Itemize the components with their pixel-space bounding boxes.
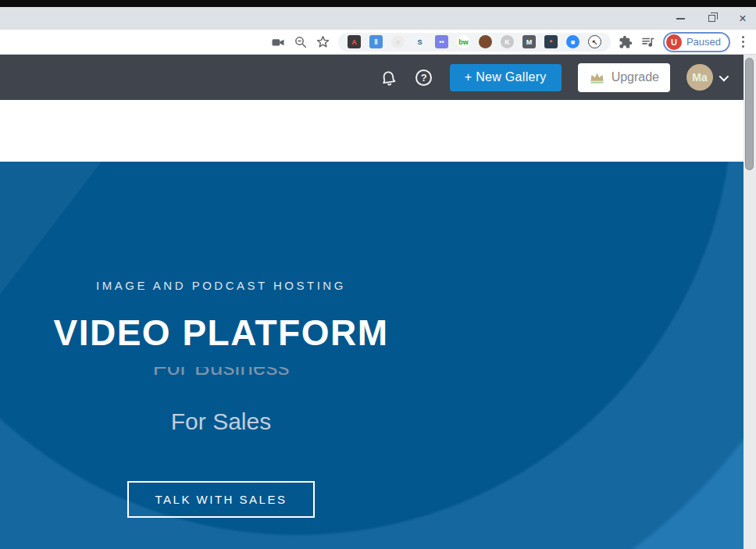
restore-button[interactable] — [706, 13, 717, 24]
hubspot-extension-icon[interactable]: * — [544, 35, 558, 48]
hero-section: IMAGE AND PODCAST HOSTING VIDEO PLATFORM… — [0, 162, 744, 549]
bookmark-star-icon[interactable] — [316, 34, 331, 50]
new-gallery-button[interactable]: + New Gallery — [450, 64, 562, 91]
zoom-out-icon[interactable] — [293, 34, 308, 50]
notifications-bell-icon[interactable] — [380, 68, 398, 87]
account-menu[interactable]: Ma — [686, 64, 726, 91]
browser-tab-strip: × — [0, 7, 756, 30]
carousel-item-outgoing: For Business — [0, 367, 442, 383]
restore-icon — [708, 15, 715, 22]
purple-dots-extension-icon[interactable]: •• — [435, 35, 448, 48]
scrollbar-thumb[interactable] — [745, 58, 754, 170]
acrobat-extension-icon[interactable]: A — [348, 35, 361, 48]
bw-extension-icon[interactable]: bw — [457, 35, 470, 48]
zoom-meet-extension-icon[interactable]: ■ — [566, 35, 579, 48]
sessions-extension-icon[interactable]: S — [413, 35, 426, 48]
profile-avatar: U — [666, 34, 682, 50]
k-disabled-extension-icon[interactable]: K — [501, 35, 514, 48]
upgrade-button[interactable]: Upgrade — [578, 63, 670, 92]
m-dark-extension-icon[interactable]: M — [522, 35, 536, 48]
minimize-button[interactable] — [675, 13, 686, 24]
browser-toolbar: A‖○S••bwKM*■↖ U Paused — [0, 30, 756, 55]
page-title: VIDEO PLATFORM — [0, 312, 442, 354]
window-titlebar — [0, 0, 756, 7]
page-scrollbar[interactable] — [744, 55, 756, 549]
close-icon: × — [739, 13, 746, 24]
media-queue-icon[interactable] — [640, 34, 656, 50]
disabled-orb-extension-icon[interactable]: ○ — [391, 35, 405, 48]
chevron-down-icon — [719, 71, 729, 81]
browser-profile-chip[interactable]: U Paused — [663, 32, 730, 52]
extensions-puzzle-icon[interactable] — [618, 34, 633, 50]
app-header: ? + New Gallery Upgrade Ma — [0, 55, 744, 100]
camera-access-icon[interactable] — [270, 34, 286, 50]
hero-eyebrow: IMAGE AND PODCAST HOSTING — [0, 279, 442, 292]
close-button[interactable]: × — [737, 13, 748, 24]
mascot-extension-icon[interactable] — [479, 35, 492, 48]
sync-paused-label: Paused — [686, 36, 721, 48]
intercom-extension-icon[interactable]: ‖ — [369, 35, 383, 48]
carousel-item-incoming: For Sales — [0, 407, 442, 433]
help-icon[interactable]: ? — [415, 68, 433, 87]
browser-menu-button[interactable] — [737, 36, 748, 48]
minimize-icon — [676, 18, 685, 20]
talk-with-sales-button[interactable]: TALK WITH SALES — [127, 481, 315, 518]
upgrade-label: Upgrade — [612, 70, 659, 84]
crown-icon — [589, 71, 605, 84]
page-white-band — [0, 100, 744, 162]
browser-window: × A‖○S••bwKM*■↖ U Paused ? — [0, 0, 756, 549]
user-avatar: Ma — [686, 64, 713, 91]
hero-content: IMAGE AND PODCAST HOSTING VIDEO PLATFORM… — [0, 162, 442, 549]
screen-recorder-extension-icon[interactable]: ↖ — [588, 35, 601, 48]
extensions-strip: A‖○S••bwKM*■↖ — [338, 33, 611, 52]
